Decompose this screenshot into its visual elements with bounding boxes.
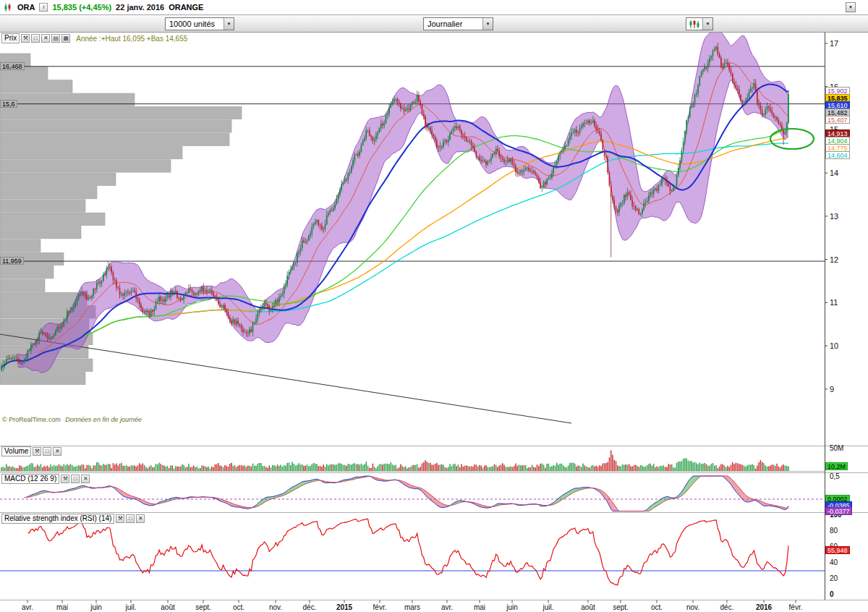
copyright-site: © ProRealTime.com (2, 416, 61, 423)
copyright-note: Données en fin de journée (65, 416, 142, 423)
grid-icon[interactable]: ▦ (61, 34, 70, 43)
macd-tag: -0,0377 (825, 507, 852, 515)
x-axis-month-label: déc. (298, 603, 321, 611)
volume-axis-label: 50M (830, 444, 843, 452)
x-axis-month-label: avr. (435, 603, 459, 611)
macd-axis-label: 0,5 (830, 472, 840, 480)
chevron-down-icon: ▼ (482, 18, 493, 30)
price-level-tag: 11,959 (0, 257, 24, 265)
price-panel-header: Prix ⚒ □ ✕ ▤ ▦ Année :+Haut 16,095 +Bas … (1, 33, 187, 43)
x-axis-month-label: août (576, 603, 600, 611)
x-axis-month-label: juin (501, 603, 524, 611)
annual-range-label: Année :+Haut 16,095 +Bas 14,655 (76, 35, 187, 43)
rsi-panel-header: Relative strength index (RSI) (14) ⚒ □ ✕ (1, 514, 145, 524)
instrument-name-label: ORANGE (169, 3, 203, 12)
x-axis-month-label: août (156, 603, 179, 611)
window-icon[interactable]: □ (43, 447, 51, 456)
prorealtime-chart-window: ORA i 15,835 (+4,45%) 22 janv. 2016 ORAN… (0, 0, 868, 612)
volume-panel-title: Volume (1, 446, 31, 456)
settings-tool-icon[interactable]: ⚒ (116, 514, 124, 523)
settings-tool-icon[interactable]: ⚒ (61, 475, 69, 483)
close-icon[interactable]: ✕ (53, 447, 61, 456)
settings-tool-icon[interactable]: ⚒ (33, 447, 41, 456)
x-axis-month-label: 2015 (333, 603, 356, 611)
x-axis-month-label: 2016 (752, 603, 775, 611)
macd-panel-title: MACD (12 26 9) (1, 474, 59, 484)
rsi-panel-title: Relative strength index (RSI) (14) (1, 514, 114, 524)
x-axis-month-label: avr. (16, 603, 39, 611)
units-select-value: 10000 unités (166, 20, 224, 28)
x-axis-month-label: oct. (645, 603, 668, 611)
chevron-down-icon: ▼ (702, 18, 712, 30)
price-level-tag: 15,6 (0, 100, 17, 108)
rsi-axis-label: 20 (830, 574, 838, 582)
instrument-chart-icon (4, 3, 13, 12)
chevron-down-icon: ▼ (224, 18, 234, 30)
collapse-panel-button[interactable]: ▼ (846, 2, 856, 12)
x-axis-month-label: juil. (537, 603, 560, 611)
settings-tool-icon[interactable]: ⚒ (21, 34, 30, 43)
x-axis-month-label: sept. (192, 603, 215, 611)
price-panel-title: Prix (1, 33, 20, 43)
price-tag: 14,604 (825, 151, 850, 159)
rsi-axis-label: 80 (830, 527, 838, 535)
x-axis-month-label: juil. (119, 603, 142, 611)
window-icon[interactable]: □ (31, 34, 40, 43)
rsi-axis-label: 0 (830, 590, 834, 598)
price-axis-label: 10 (830, 341, 838, 350)
x-axis-month-label: févr. (368, 603, 391, 611)
symbol-label: ORA (17, 3, 35, 12)
price-level-tag: 16,468 (0, 62, 25, 70)
x-axis-month-label: déc. (715, 603, 739, 611)
x-axis-month-label: nov. (264, 603, 287, 611)
price-axis-label: 14 (830, 169, 838, 177)
volume-panel-header: Volume ⚒ □ ✕ (1, 446, 61, 456)
title-bar: ORA i 15,835 (+4,45%) 22 janv. 2016 ORAN… (0, 0, 868, 15)
copyright-label: © ProRealTime.com Données en fin de jour… (2, 416, 142, 423)
price-axis-label: 12 (830, 255, 838, 264)
rsi-tag: 55,948 (825, 546, 850, 554)
volume-tag: 10,2M (825, 462, 848, 470)
x-axis-month-label: juin (85, 603, 108, 611)
layers-icon[interactable]: ▤ (51, 34, 60, 43)
x-axis-month-label: mars (401, 603, 424, 611)
x-axis-month-label: mai (468, 603, 491, 611)
last-quote-label: 15,835 (+4,45%) (52, 3, 111, 12)
chart-toolbar: 10000 unités ▼ Journalier ▼ ▼ (0, 15, 868, 33)
info-icon[interactable]: i (39, 3, 48, 12)
macd-panel-header: MACD (12 26 9) ⚒ □ ✕ (1, 474, 90, 484)
timeframe-select-value: Journalier (424, 20, 482, 28)
price-axis-label: 17 (830, 39, 838, 48)
rsi-axis-label: 40 (830, 558, 838, 566)
close-icon[interactable]: ✕ (81, 475, 90, 483)
window-icon[interactable]: □ (126, 514, 135, 523)
x-axis-month-label: nov. (681, 603, 705, 611)
timeframe-select[interactable]: Journalier ▼ (423, 17, 493, 30)
price-axis-label: 11 (830, 298, 838, 307)
price-axis-label: 9 (830, 385, 834, 394)
x-axis-month-label: sept. (609, 603, 632, 611)
price-tag: 15,407 (825, 116, 850, 124)
units-select[interactable]: 10000 unités ▼ (165, 17, 234, 30)
close-icon[interactable]: ✕ (41, 34, 50, 43)
chevron-down-icon: ▼ (848, 5, 853, 9)
quote-date-label: 22 janv. 2016 (116, 3, 164, 12)
x-axis-month-label: mai (51, 603, 74, 611)
candlestick-style-icon (686, 18, 702, 30)
close-icon[interactable]: ✕ (136, 514, 145, 523)
x-axis-month-label: oct. (227, 603, 250, 611)
x-axis-month-label: févr. (784, 603, 807, 611)
window-icon[interactable]: □ (71, 475, 80, 483)
chart-style-button[interactable]: ▼ (686, 17, 713, 30)
price-axis-label: 13 (830, 212, 838, 221)
